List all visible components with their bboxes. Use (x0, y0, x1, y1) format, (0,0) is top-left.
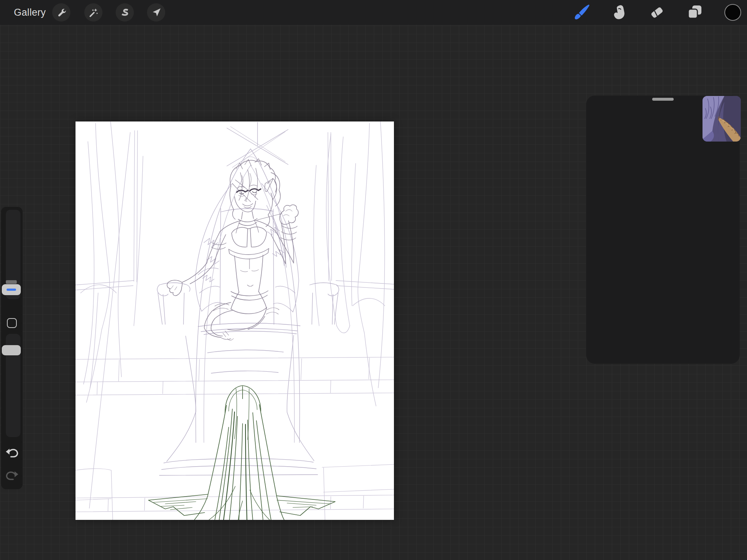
paintbrush-icon (572, 3, 590, 22)
modify-button[interactable] (7, 318, 17, 328)
reference-thumbnail-art (703, 96, 741, 142)
brush-sidebar (1, 207, 23, 489)
wrench-icon (57, 8, 66, 18)
color-swatch-button[interactable] (723, 2, 743, 23)
eraser-tool-button[interactable] (647, 2, 667, 23)
canvas-artwork-sketch (76, 121, 394, 520)
procreate-workspace: { "topbar": { "gallery_label": "Gallery"… (0, 0, 747, 560)
redo-button[interactable] (5, 470, 19, 481)
brush-size-previous-notch (6, 280, 17, 284)
color-circle-icon (724, 4, 741, 21)
redo-icon (5, 470, 19, 481)
actions-button[interactable] (52, 3, 70, 22)
panel-drag-handle[interactable] (652, 98, 674, 101)
drawing-canvas[interactable] (76, 121, 394, 520)
layers-icon (686, 4, 704, 21)
paint-tool-button[interactable] (571, 2, 591, 23)
magic-wand-icon (89, 8, 98, 18)
reference-thumbnail[interactable] (703, 96, 741, 142)
brush-size-handle[interactable] (2, 284, 21, 295)
adjustments-button[interactable] (84, 3, 102, 22)
selection-s-icon (120, 7, 130, 18)
transform-arrow-icon (151, 8, 161, 18)
undo-icon (5, 447, 19, 458)
transform-button[interactable] (147, 3, 165, 22)
top-toolbar: Gallery (0, 0, 747, 25)
layers-button[interactable] (685, 2, 705, 23)
selection-button[interactable] (116, 3, 134, 22)
undo-button[interactable] (5, 447, 19, 458)
gallery-button[interactable]: Gallery (14, 0, 46, 25)
eraser-icon (648, 4, 666, 21)
brush-size-accent-bar (7, 289, 16, 291)
opacity-handle[interactable] (2, 345, 21, 355)
smudge-tool-button[interactable] (609, 2, 629, 23)
smudge-finger-icon (610, 4, 628, 21)
